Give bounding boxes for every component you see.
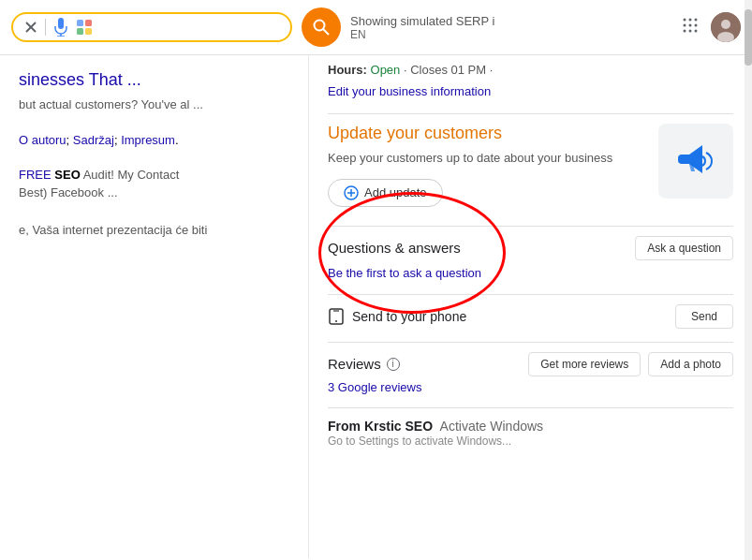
get-more-reviews-button[interactable]: Get more reviews (528, 352, 641, 376)
hours-status: Open (371, 63, 401, 77)
megaphone-illustration (658, 124, 733, 199)
qa-title: Questions & answers (328, 240, 461, 256)
svg-point-21 (721, 20, 730, 29)
close-button[interactable] (24, 21, 37, 34)
send-label: Send to your phone (328, 308, 466, 325)
avatar[interactable] (711, 12, 741, 42)
phone-icon (328, 308, 345, 325)
activate-sub: Go to Settings to activate Windows... (328, 435, 733, 448)
add-photo-button[interactable]: Add a photo (648, 352, 733, 376)
hours-row: Hours: Open · Closes 01 PM · (328, 55, 733, 77)
send-text: Send to your phone (352, 309, 466, 324)
result-snippet: but actual customers? You've al ... (19, 96, 289, 114)
update-description: Keep your customers up to date about you… (328, 149, 643, 168)
divider-3 (328, 294, 733, 295)
reviews-title-row: Reviews i (328, 356, 400, 372)
left-bottom-snippet: e, Vaša internet prezentacija će biti (19, 221, 289, 240)
svg-point-18 (689, 29, 692, 32)
scrollbar-thumb[interactable] (745, 55, 752, 66)
footer-link-impresum[interactable]: Impresum (121, 133, 175, 147)
update-section: Update your customers Keep your customer… (328, 124, 733, 207)
svg-point-19 (695, 29, 698, 32)
left-panel: sinesses That ... but actual customers? … (0, 55, 309, 559)
from-section: From Krstic SEO Activate Windows Go to S… (328, 418, 733, 448)
svg-rect-6 (85, 20, 92, 26)
serp-info: Showing simulated SERP i EN (350, 14, 494, 41)
ask-question-button[interactable]: Ask a question (635, 236, 733, 260)
footer-link-author[interactable]: O autoru (19, 133, 66, 147)
hours-label: Hours: (328, 63, 367, 77)
result-title-text: sinesses That ... (19, 70, 141, 89)
bottom-text: e, Vaša internet prezentacija će biti (19, 221, 289, 240)
divider-2 (328, 226, 733, 227)
svg-point-9 (315, 21, 325, 31)
send-section: Send to your phone Send (328, 304, 733, 329)
seo-result-snippet: FREE SEO Audit! My Contact Best) Faceboo… (19, 166, 289, 202)
qa-header: Questions & answers Ask a question (328, 236, 733, 260)
svg-rect-2 (58, 18, 64, 29)
reviews-header: Reviews i Get more reviews Add a photo (328, 352, 733, 376)
search-submit-button[interactable] (302, 7, 341, 47)
add-update-icon (344, 185, 359, 200)
svg-point-14 (684, 23, 686, 26)
reviews-title: Reviews (328, 356, 381, 372)
footer-link-content[interactable]: Sadržaj (73, 133, 114, 147)
mic-button[interactable] (53, 18, 68, 37)
serp-lang: EN (350, 28, 494, 41)
activate-windows-text: Activate Windows (436, 419, 543, 434)
right-panel: Hours: Open · Closes 01 PM · Edit your b… (309, 55, 752, 559)
svg-point-17 (684, 29, 686, 32)
scrollbar-track (745, 55, 752, 559)
add-update-button[interactable]: Add update (328, 179, 443, 207)
header-right (681, 12, 741, 42)
activate-label: Activate Windows (440, 419, 543, 434)
search-bar (11, 12, 292, 42)
seo-keyword: SEO (54, 168, 80, 182)
result-title-link[interactable]: sinesses That ... (19, 70, 289, 90)
from-title: From Krstic SEO (328, 419, 433, 434)
send-button[interactable]: Send (675, 304, 733, 329)
svg-line-10 (323, 29, 329, 35)
reviews-section: Reviews i Get more reviews Add a photo 3… (328, 352, 733, 394)
svg-rect-5 (77, 20, 83, 26)
qa-first-link[interactable]: Be the first to ask a question (328, 266, 481, 280)
svg-point-11 (684, 18, 686, 21)
svg-rect-8 (85, 28, 92, 35)
footer-links: O autoru; Sadržaj; Impresum. (19, 133, 289, 147)
main-content: sinesses That ... but actual customers? … (0, 55, 752, 559)
divider-1 (328, 113, 733, 114)
divider-5 (328, 407, 733, 408)
update-content: Update your customers Keep your customer… (328, 124, 643, 207)
qa-section: Questions & answers Ask a question Be th… (328, 236, 733, 281)
svg-point-16 (695, 23, 698, 26)
divider (45, 19, 46, 36)
svg-point-15 (689, 23, 692, 26)
update-title: Update your customers (328, 124, 643, 143)
header: Showing simulated SERP i EN (0, 0, 752, 55)
svg-point-13 (695, 18, 698, 21)
edit-business-link[interactable]: Edit your business information (328, 84, 733, 98)
google-reviews-link[interactable]: 3 Google reviews (328, 380, 733, 394)
lens-button[interactable] (76, 19, 93, 36)
seo-free-link[interactable]: FREE (19, 168, 54, 182)
reviews-buttons: Get more reviews Add a photo (528, 352, 733, 376)
reviews-info-icon[interactable]: i (387, 358, 400, 371)
divider-4 (328, 342, 733, 343)
hours-detail: · Closes 01 PM · (404, 63, 493, 77)
apps-icon[interactable] (681, 16, 700, 39)
serp-label: Showing simulated SERP i (350, 14, 494, 28)
megaphone-icon (672, 138, 719, 184)
add-update-label: Add update (364, 185, 427, 199)
svg-point-12 (689, 18, 692, 21)
svg-rect-7 (77, 28, 83, 35)
